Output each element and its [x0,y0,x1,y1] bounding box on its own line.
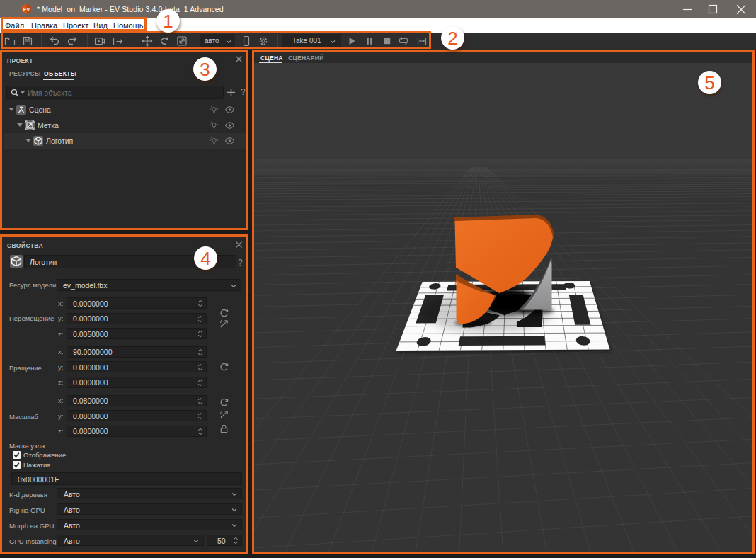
svg-text:EV: EV [23,7,30,12]
